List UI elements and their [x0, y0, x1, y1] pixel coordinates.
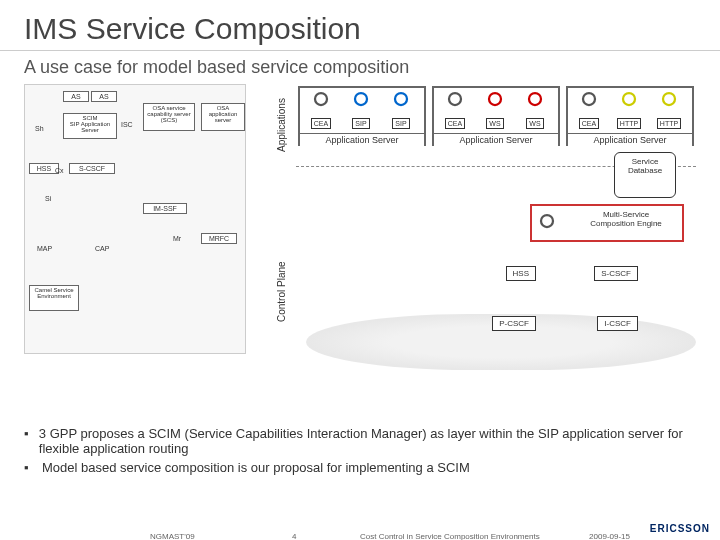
box-imssf: IM-SSF — [143, 203, 187, 214]
svg-point-5 — [529, 93, 541, 105]
gear-icon — [312, 90, 330, 108]
lbl-cap: CAP — [95, 245, 109, 252]
app-server-2: CEA WS WS Application Server — [432, 86, 560, 146]
app-server-2-label: Application Server — [434, 133, 558, 146]
lbl-mr: Mr — [173, 235, 181, 242]
svg-point-2 — [395, 93, 407, 105]
footer-title: Cost Control in Service Composition Envi… — [360, 532, 540, 540]
bullet-text-1: 3 GPP proposes a SCIM (Service Capabilit… — [39, 426, 696, 456]
gear-sip-1b: SIP — [382, 90, 420, 130]
footer-conference: NGMAST'09 — [150, 532, 195, 540]
app-server-1-label: Application Server — [300, 133, 424, 146]
gear-icon — [352, 90, 370, 108]
svg-point-9 — [541, 215, 553, 227]
multi-service-composition-engine: Multi-Service Composition Engine — [530, 204, 684, 242]
svg-point-4 — [489, 93, 501, 105]
lbl-si: Si — [45, 195, 51, 202]
applications-axis-label: Applications — [276, 98, 287, 152]
node-scscf: S-CSCF — [594, 266, 638, 281]
gear-ws-2b: WS — [516, 90, 554, 130]
page-title: IMS Service Composition — [0, 0, 720, 46]
box-scscf: S-CSCF — [69, 163, 115, 174]
box-mrfc: MRFC — [201, 233, 237, 244]
gear-icon — [486, 90, 504, 108]
node-hss: HSS — [506, 266, 536, 281]
lbl-sh: Sh — [35, 125, 44, 132]
app-server-1: CEA SIP SIP Application Server — [298, 86, 426, 146]
right-architecture-diagram: Applications Control Plane CEA SIP SIP A… — [266, 82, 696, 402]
gear-icon — [446, 90, 464, 108]
svg-point-1 — [355, 93, 367, 105]
node-icscf: I-CSCF — [597, 316, 638, 331]
gear-cea-1: CEA — [302, 90, 340, 130]
control-plane-zone: Service Database Multi-Service Compositi… — [296, 170, 696, 370]
gear-http-3a: HTTP — [610, 90, 648, 130]
node-pcscf: P-CSCF — [492, 316, 536, 331]
box-osa-scs: OSA service capability server (SCS) — [143, 103, 195, 131]
gear-icon — [538, 212, 556, 230]
gear-cea-2: CEA — [436, 90, 474, 130]
left-architecture-diagram: AS AS SCIMSIP Application Server OSA ser… — [24, 84, 246, 354]
service-database: Service Database — [614, 152, 676, 198]
footer-page-number: 4 — [292, 532, 296, 540]
slide: IMS Service Composition A use case for m… — [0, 0, 720, 540]
gear-ws-2a: WS — [476, 90, 514, 130]
box-osa-app: OSA application server — [201, 103, 245, 131]
svg-point-0 — [315, 93, 327, 105]
gear-icon — [620, 90, 638, 108]
box-as1: AS — [63, 91, 89, 102]
box-scim: SCIMSIP Application Server — [63, 113, 117, 139]
app-server-3-label: Application Server — [568, 133, 692, 146]
footer-date: 2009-09-15 — [589, 532, 630, 540]
list-item: ▪3 GPP proposes a SCIM (Service Capabili… — [24, 426, 696, 456]
control-plane-axis-label: Control Plane — [276, 261, 287, 322]
bullet-text-2: Model based service composition is our p… — [42, 460, 470, 475]
list-item: ▪Model based service composition is our … — [24, 460, 696, 475]
svg-point-3 — [449, 93, 461, 105]
gear-icon — [526, 90, 544, 108]
content-area: AS AS SCIMSIP Application Server OSA ser… — [24, 82, 696, 412]
subtitle: A use case for model based service compo… — [0, 57, 720, 82]
svg-point-8 — [663, 93, 675, 105]
bullet-icon: ▪ — [24, 460, 42, 475]
brand-logo: ERICSSON — [650, 523, 710, 534]
svg-point-7 — [623, 93, 635, 105]
gear-icon — [580, 90, 598, 108]
svg-point-6 — [583, 93, 595, 105]
gear-icon — [660, 90, 678, 108]
app-server-3: CEA HTTP HTTP Application Server — [566, 86, 694, 146]
lbl-map: MAP — [37, 245, 52, 252]
gear-cea-3: CEA — [570, 90, 608, 130]
bullet-icon: ▪ — [24, 426, 39, 456]
divider — [0, 50, 720, 51]
gear-sip-1a: SIP — [342, 90, 380, 130]
msce-label: Multi-Service Composition Engine — [576, 210, 676, 228]
gear-http-3b: HTTP — [650, 90, 688, 130]
box-as2: AS — [91, 91, 117, 102]
box-camel: Camel Service Environment — [29, 285, 79, 311]
lbl-isc: ISC — [121, 121, 133, 128]
lbl-cx: Cx — [55, 167, 64, 174]
gear-icon — [392, 90, 410, 108]
bullet-list: ▪3 GPP proposes a SCIM (Service Capabili… — [24, 426, 696, 479]
